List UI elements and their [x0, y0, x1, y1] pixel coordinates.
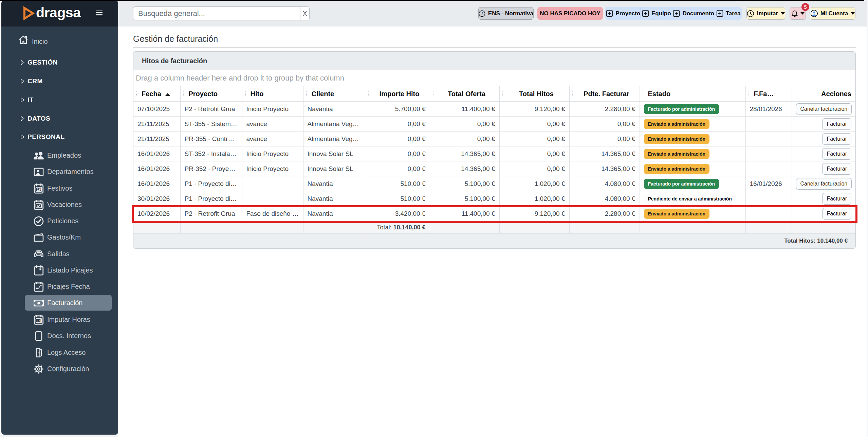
svg-text:i: i [481, 11, 483, 16]
svg-text:Fri: Fri [37, 319, 41, 322]
svg-text:19: 19 [37, 187, 41, 191]
